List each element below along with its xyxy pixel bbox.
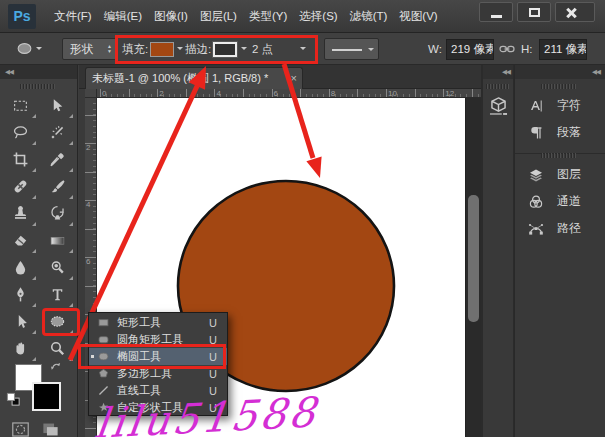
panel-grip — [20, 84, 56, 89]
tool-dodge[interactable] — [39, 256, 76, 283]
tool-rectangular-marquee[interactable] — [2, 94, 39, 121]
line-tool-icon — [97, 384, 110, 397]
panel-tab-layers[interactable]: 图层 — [515, 161, 605, 188]
tool-pen[interactable] — [2, 283, 39, 310]
vertical-scrollbar[interactable] — [465, 98, 481, 437]
scrollbar-thumb[interactable] — [468, 195, 479, 322]
popup-item-label: 多边形工具 — [117, 366, 172, 381]
popup-item-shortcut: U — [209, 402, 217, 414]
tool-blur[interactable] — [2, 256, 39, 283]
popup-item-rounded-rect-tool[interactable]: 圆角矩形工具U — [89, 331, 227, 348]
path-selection-icon — [12, 313, 29, 334]
subtool-indicator-icon — [32, 249, 36, 253]
popup-item-ellipse-tool[interactable]: 椭圆工具U — [89, 348, 227, 365]
tool-magic-wand[interactable] — [39, 121, 76, 148]
menu-item[interactable]: 编辑(E) — [98, 0, 148, 33]
paths-icon — [528, 221, 544, 237]
popup-item-custom-shape-tool[interactable]: 自定形状工具U — [89, 399, 227, 416]
dodge-icon — [49, 259, 66, 280]
stroke-style-select[interactable] — [324, 38, 379, 60]
tools-panel: ◀◀ — [0, 65, 78, 437]
move-icon — [49, 97, 66, 118]
link-dimensions-icon[interactable] — [499, 41, 515, 59]
menu-item[interactable]: 选择(S) — [293, 0, 343, 33]
menu-item[interactable]: 文件(F) — [48, 0, 98, 33]
maximize-icon — [529, 8, 540, 17]
maximize-button[interactable] — [517, 2, 551, 22]
shape-tool-popup: 矩形工具U圆角矩形工具U椭圆工具U多边形工具U直线工具U自定形状工具U — [88, 312, 228, 416]
menu-item[interactable]: 图层(L) — [194, 0, 243, 33]
screen-mode-button[interactable] — [41, 420, 60, 437]
chevron-down-icon[interactable] — [177, 47, 183, 53]
width-field[interactable]: 219 像素 — [446, 39, 494, 60]
ruler-number: 0 — [102, 89, 106, 98]
tools-panel-header[interactable]: ◀◀ — [0, 65, 77, 79]
menu-item[interactable]: 图像(I) — [148, 0, 194, 33]
stroke-width-value[interactable]: 2 点 — [252, 33, 273, 65]
tab-close-icon[interactable]: × — [291, 68, 297, 89]
hand-icon — [12, 340, 29, 361]
tool-lasso[interactable] — [2, 121, 39, 148]
menu-items: 文件(F)编辑(E)图像(I)图层(L)类型(Y)选择(S)滤镜(T)视图(V) — [48, 0, 444, 33]
menu-item[interactable]: 滤镜(T) — [344, 0, 394, 33]
close-button[interactable] — [555, 2, 595, 22]
tool-mode-select[interactable]: 形状 ▲▼ — [62, 38, 117, 60]
panel-tab-paths[interactable]: 路径 — [515, 215, 605, 242]
ruler-number: 2 — [159, 89, 163, 98]
panel-tab-paragraph[interactable]: 段落 — [515, 119, 605, 146]
tool-path-selection[interactable] — [2, 310, 39, 337]
panels-dock-header[interactable]: ◀◀ — [515, 65, 605, 79]
options-bar: 形状 ▲▼ 填充: 描边: 2 点 W: 219 像素 H: 211 像素 — [0, 33, 605, 65]
panel-tab-channels[interactable]: 通道 — [515, 188, 605, 215]
chevron-down-icon[interactable] — [300, 47, 306, 53]
tool-hand[interactable] — [2, 337, 39, 364]
menu-item[interactable]: 视图(V) — [393, 0, 443, 33]
tool-crop[interactable] — [2, 148, 39, 175]
quick-mask-button[interactable] — [11, 420, 30, 437]
popup-item-line-tool[interactable]: 直线工具U — [89, 382, 227, 399]
3d-panel-icon[interactable] — [487, 91, 509, 121]
subtool-indicator-icon — [32, 303, 36, 307]
collapse-arrows-icon: ◀◀ — [502, 68, 510, 76]
tool-zoom[interactable] — [39, 337, 76, 364]
chevron-down-icon[interactable] — [241, 47, 247, 53]
tool-spot-healing-brush[interactable] — [2, 175, 39, 202]
brush-icon — [49, 178, 66, 199]
subtool-indicator-icon — [69, 330, 73, 334]
popup-item-shortcut: U — [209, 334, 217, 346]
tool-eyedropper[interactable] — [39, 148, 76, 175]
ruler-number: 4 — [216, 89, 220, 98]
paragraph-icon — [528, 125, 544, 141]
tool-eraser[interactable] — [2, 229, 39, 256]
tool-history-brush[interactable] — [39, 202, 76, 229]
subtool-indicator-icon — [69, 357, 73, 361]
type-icon — [49, 286, 66, 307]
default-colors-icon[interactable] — [6, 392, 21, 411]
icon-dock: ◀◀ — [483, 65, 513, 437]
fill-color-swatch[interactable] — [150, 42, 174, 57]
swap-colors-icon[interactable] — [50, 362, 64, 380]
tool-type[interactable] — [39, 283, 76, 310]
stroke-color-swatch[interactable] — [213, 42, 237, 57]
height-field[interactable]: 211 像素 — [539, 39, 587, 60]
tool-preset-button[interactable] — [12, 39, 52, 60]
popup-item-rect-tool[interactable]: 矩形工具U — [89, 314, 227, 331]
panel-tab-character[interactable]: 字符 — [515, 92, 605, 119]
magic-wand-icon — [49, 124, 66, 145]
background-color-swatch[interactable] — [32, 382, 61, 411]
popup-item-polygon-tool[interactable]: 多边形工具U — [89, 365, 227, 382]
icon-dock-header[interactable]: ◀◀ — [483, 65, 513, 79]
tool-move[interactable] — [39, 94, 76, 121]
subtool-indicator-icon — [69, 141, 73, 145]
tool-clone-stamp[interactable] — [2, 202, 39, 229]
minimize-button[interactable] — [479, 2, 513, 22]
popup-item-label: 椭圆工具 — [117, 349, 161, 364]
subtool-indicator-icon — [69, 303, 73, 307]
tool-brush[interactable] — [39, 175, 76, 202]
tool-ellipse-shape[interactable] — [39, 310, 76, 337]
document-tab[interactable]: 未标题-1 @ 100% (椭圆 1, RGB/8) * × — [85, 67, 303, 89]
tool-gradient[interactable] — [39, 229, 76, 256]
menu-item[interactable]: 类型(Y) — [243, 0, 293, 33]
ruler-number: 2 — [86, 143, 90, 152]
panel-grip — [541, 84, 577, 89]
